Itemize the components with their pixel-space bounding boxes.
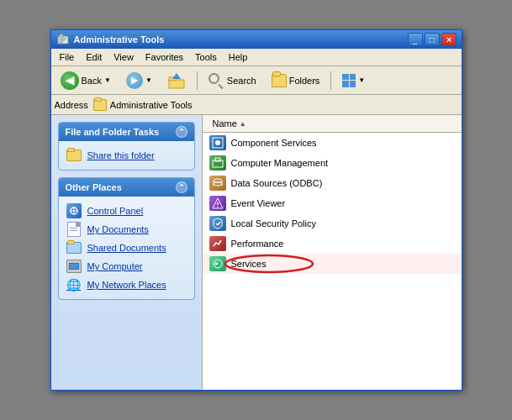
svg-rect-1: [60, 34, 63, 37]
my-documents-link[interactable]: My Documents: [66, 220, 187, 239]
perf-icon: [209, 236, 226, 251]
window-icon: [56, 33, 70, 46]
svg-point-15: [214, 179, 222, 182]
my-computer-label: My Computer: [87, 261, 143, 271]
security-icon: [209, 216, 226, 231]
title-bar: Administrative Tools _ □ ✕: [51, 30, 462, 49]
other-places-section: Other Places ⌃ Control Panel: [58, 177, 195, 300]
other-places-header: Other Places ⌃: [59, 178, 194, 197]
svg-marker-7: [172, 73, 181, 79]
shared-documents-link[interactable]: Shared Documents: [66, 239, 187, 257]
comp-mgmt-icon: [209, 155, 226, 171]
search-button[interactable]: Search: [203, 70, 262, 92]
forward-dropdown-icon[interactable]: ▼: [145, 76, 152, 84]
file-list-panel: Name ▲ Component Services Computer Manag…: [203, 115, 462, 390]
back-icon: ◀: [61, 71, 79, 90]
address-value[interactable]: Administrative Tools: [93, 99, 193, 111]
file-list-header: Name ▲: [203, 115, 462, 133]
control-panel-link[interactable]: Control Panel: [66, 202, 187, 220]
share-folder-label: Share this folder: [87, 150, 155, 160]
my-computer-icon: [66, 259, 82, 274]
main-window: Administrative Tools _ □ ✕ File Edit Vie…: [50, 29, 462, 391]
file-tasks-header: File and Folder Tasks ⌃: [59, 123, 194, 141]
search-label: Search: [227, 76, 256, 86]
list-item[interactable]: Component Services: [203, 133, 462, 153]
list-item-name: Computer Management: [231, 158, 329, 168]
shared-documents-label: Shared Documents: [87, 243, 166, 253]
sort-arrow-icon: ▲: [240, 120, 246, 128]
folders-label: Folders: [289, 76, 320, 86]
list-item-services[interactable]: Services: [203, 254, 462, 274]
list-item-name: Component Services: [231, 138, 317, 148]
other-places-body: Control Panel My Documents: [59, 197, 194, 299]
forward-icon: ▶: [126, 72, 143, 89]
control-panel-icon: [66, 203, 82, 218]
separator-2: [330, 71, 331, 90]
svg-point-20: [217, 206, 219, 207]
data-sources-icon: [209, 176, 226, 191]
file-tasks-collapse[interactable]: ⌃: [176, 126, 187, 138]
back-dropdown-icon[interactable]: ▼: [104, 76, 111, 84]
address-text: Administrative Tools: [110, 100, 193, 110]
list-item[interactable]: Event Viewer: [203, 193, 462, 213]
window-title: Administrative Tools: [74, 34, 404, 45]
menu-tools[interactable]: Tools: [190, 50, 222, 64]
menu-edit[interactable]: Edit: [81, 50, 107, 64]
address-label: Address: [55, 100, 88, 110]
separator-1: [197, 71, 198, 90]
svg-point-12: [215, 140, 220, 145]
maximize-button[interactable]: □: [425, 33, 440, 46]
file-tasks-section: File and Folder Tasks ⌃ Share this folde…: [58, 122, 195, 171]
services-highlight: Services: [231, 259, 267, 269]
list-item-name: Data Sources (ODBC): [231, 178, 323, 188]
back-label: Back: [82, 76, 102, 86]
views-icon: [342, 74, 356, 87]
folders-icon: [272, 74, 287, 87]
other-places-collapse[interactable]: ⌃: [176, 181, 187, 193]
other-places-title: Other Places: [66, 182, 122, 192]
minimize-button[interactable]: _: [408, 33, 423, 46]
my-computer-link[interactable]: My Computer: [66, 257, 187, 276]
list-item[interactable]: Data Sources (ODBC): [203, 173, 462, 193]
svg-line-22: [218, 222, 220, 225]
comp-services-icon: [209, 135, 226, 150]
menu-file[interactable]: File: [55, 50, 80, 64]
menu-favorites[interactable]: Favorites: [140, 50, 188, 64]
control-panel-label: Control Panel: [87, 206, 144, 216]
my-network-places-link[interactable]: 🌐 My Network Places: [66, 276, 187, 294]
menu-view[interactable]: View: [108, 50, 139, 64]
services-icon: [209, 256, 226, 271]
shared-documents-icon: [66, 240, 82, 255]
svg-point-16: [214, 182, 222, 186]
forward-button[interactable]: ▶ ▼: [120, 69, 158, 92]
address-bar: Address Administrative Tools: [51, 95, 462, 115]
window-controls: _ □ ✕: [408, 33, 457, 46]
up-button[interactable]: [161, 68, 192, 93]
share-folder-icon: [66, 148, 82, 163]
menu-bar: File Edit View Favorites Tools Help: [51, 49, 462, 66]
event-viewer-icon: [209, 196, 226, 211]
name-column-header[interactable]: Name ▲: [209, 117, 250, 130]
my-network-places-label: My Network Places: [87, 280, 166, 290]
back-button[interactable]: ◀ Back ▼: [55, 68, 117, 93]
up-icon: [167, 71, 186, 90]
list-item-name: Event Viewer: [231, 198, 286, 208]
search-icon: [208, 73, 224, 88]
menu-help[interactable]: Help: [224, 50, 253, 64]
close-button[interactable]: ✕: [441, 33, 457, 46]
toolbar: ◀ Back ▼ ▶ ▼ Search: [51, 66, 462, 95]
list-item[interactable]: Local Security Policy: [203, 213, 462, 234]
left-panel: File and Folder Tasks ⌃ Share this folde…: [51, 115, 203, 390]
list-item[interactable]: Computer Management: [203, 153, 462, 173]
file-tasks-title: File and Folder Tasks: [66, 127, 160, 137]
name-column-label: Name: [213, 118, 237, 129]
file-tasks-body: Share this folder: [59, 141, 194, 170]
views-dropdown-icon[interactable]: ▼: [358, 76, 365, 84]
folders-button[interactable]: Folders: [266, 71, 326, 91]
content-area: File and Folder Tasks ⌃ Share this folde…: [51, 115, 462, 390]
list-item[interactable]: Performance: [203, 234, 462, 254]
views-button[interactable]: ▼: [336, 71, 371, 91]
share-folder-link[interactable]: Share this folder: [66, 146, 187, 165]
list-item-name: Performance: [231, 239, 284, 249]
my-documents-label: My Documents: [87, 224, 149, 234]
